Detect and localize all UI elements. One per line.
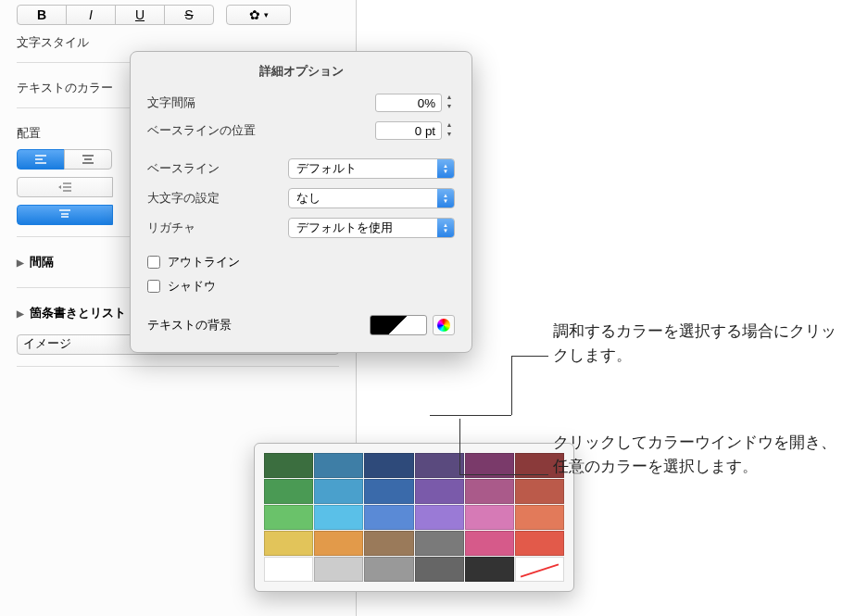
baseline-select[interactable]: デフォルト ▲▼: [288, 158, 455, 179]
shadow-row: シャドウ: [131, 274, 472, 298]
color-swatch[interactable]: [515, 479, 564, 504]
callout-line: [511, 356, 512, 415]
color-swatch[interactable]: [465, 479, 514, 504]
advanced-options-popover: 詳細オプション 文字間隔 ▲▼ ベースラインの位置 ▲▼ ベースライン デフォル…: [130, 51, 472, 353]
color-swatch[interactable]: [415, 453, 464, 478]
underline-button[interactable]: U: [115, 5, 165, 25]
caps-label: 大文字の設定: [147, 190, 288, 207]
char-spacing-label: 文字間隔: [147, 94, 375, 111]
palette-grid: [264, 453, 564, 582]
baseline-shift-stepper[interactable]: ▲▼: [444, 121, 455, 140]
char-spacing-stepper[interactable]: ▲▼: [444, 94, 455, 112]
align-left-button[interactable]: [17, 149, 65, 170]
color-swatch[interactable]: [264, 557, 313, 582]
color-swatch[interactable]: [465, 505, 514, 530]
text-background-row: テキストの背景: [131, 308, 472, 335]
baseline-shift-label: ベースラインの位置: [147, 122, 375, 139]
color-swatch[interactable]: [515, 531, 564, 556]
callout-line: [511, 356, 548, 357]
color-swatch[interactable]: [264, 531, 313, 556]
callout-line: [459, 474, 548, 475]
outdent-button[interactable]: [17, 177, 113, 197]
callout-line: [459, 419, 460, 474]
baseline-row: ベースライン デフォルト ▲▼: [131, 154, 472, 183]
divider: [17, 366, 339, 367]
shadow-checkbox[interactable]: [147, 280, 160, 293]
shadow-label: シャドウ: [168, 278, 216, 295]
select-arrows-icon: ▲▼: [437, 189, 454, 207]
popover-title: 詳細オプション: [131, 63, 472, 89]
color-swatch[interactable]: [415, 557, 464, 582]
color-wheel-button[interactable]: [433, 315, 455, 335]
color-swatch[interactable]: [264, 453, 313, 478]
disclosure-triangle-icon: ▶: [17, 258, 24, 268]
color-swatch[interactable]: [364, 557, 413, 582]
align-center-button[interactable]: [64, 149, 112, 170]
callout-line: [430, 415, 511, 416]
char-spacing-field[interactable]: [375, 94, 442, 112]
ligatures-label: リガチャ: [147, 220, 288, 236]
callout-swatch: 調和するカラーを選択する場合にクリックします。: [553, 320, 849, 367]
ligatures-value: デフォルトを使用: [296, 220, 393, 236]
color-swatch[interactable]: [364, 479, 413, 504]
color-swatch[interactable]: [465, 531, 514, 556]
caps-select[interactable]: なし ▲▼: [288, 188, 455, 208]
select-arrows-icon: ▲▼: [437, 159, 454, 178]
bullets-label: 箇条書きとリスト: [30, 305, 126, 321]
valign-top-icon: [58, 209, 71, 220]
align-center-icon: [82, 155, 94, 164]
advanced-options-button[interactable]: ✿ ▾: [226, 5, 291, 25]
color-swatch[interactable]: [465, 557, 514, 582]
text-background-color-well[interactable]: [370, 315, 427, 335]
color-swatch[interactable]: [364, 531, 413, 556]
select-arrows-icon: ▲▼: [437, 219, 454, 237]
color-swatch[interactable]: [415, 479, 464, 504]
caps-row: 大文字の設定 なし ▲▼: [131, 183, 472, 213]
color-swatch[interactable]: [314, 557, 363, 582]
outline-row: アウトライン: [131, 250, 472, 274]
ligatures-row: リガチャ デフォルトを使用 ▲▼: [131, 213, 472, 243]
caps-value: なし: [296, 190, 321, 207]
valign-top-button[interactable]: [17, 205, 113, 225]
list-style-value: イメージ: [23, 336, 71, 350]
color-swatch-palette: [254, 443, 574, 592]
baseline-shift-row: ベースラインの位置 ▲▼: [131, 117, 472, 145]
baseline-label: ベースライン: [147, 160, 288, 177]
italic-button[interactable]: I: [66, 5, 116, 25]
color-swatch[interactable]: [515, 505, 564, 530]
align-left-icon: [34, 155, 47, 164]
disclosure-triangle-icon: ▶: [17, 308, 24, 319]
color-swatch[interactable]: [364, 453, 413, 478]
color-swatch[interactable]: [415, 531, 464, 556]
text-background-label: テキストの背景: [147, 317, 370, 333]
color-swatch[interactable]: [415, 505, 464, 530]
color-swatch[interactable]: [515, 557, 564, 582]
color-swatch[interactable]: [264, 505, 313, 530]
outline-checkbox[interactable]: [147, 256, 160, 269]
color-swatch[interactable]: [264, 479, 313, 504]
char-spacing-row: 文字間隔 ▲▼: [131, 89, 472, 117]
callout-wheel: クリックしてカラーウインドウを開き、任意のカラーを選択します。: [553, 431, 849, 478]
gear-icon: ✿: [249, 7, 260, 22]
color-swatch[interactable]: [364, 505, 413, 530]
bold-button[interactable]: B: [17, 5, 67, 25]
outline-label: アウトライン: [168, 254, 240, 270]
text-style-toolbar: B I U S ✿ ▾: [0, 0, 356, 25]
outdent-icon: [57, 182, 72, 192]
color-swatch[interactable]: [314, 479, 363, 504]
color-wheel-icon: [437, 319, 450, 332]
baseline-shift-field[interactable]: [375, 121, 442, 140]
baseline-value: デフォルト: [296, 160, 357, 177]
color-swatch[interactable]: [314, 505, 363, 530]
strikethrough-button[interactable]: S: [164, 5, 214, 25]
color-swatch[interactable]: [314, 531, 363, 556]
spacing-label: 間隔: [30, 254, 54, 270]
ligatures-select[interactable]: デフォルトを使用 ▲▼: [288, 218, 455, 238]
color-swatch[interactable]: [314, 453, 363, 478]
chevron-down-icon: ▾: [264, 10, 269, 19]
